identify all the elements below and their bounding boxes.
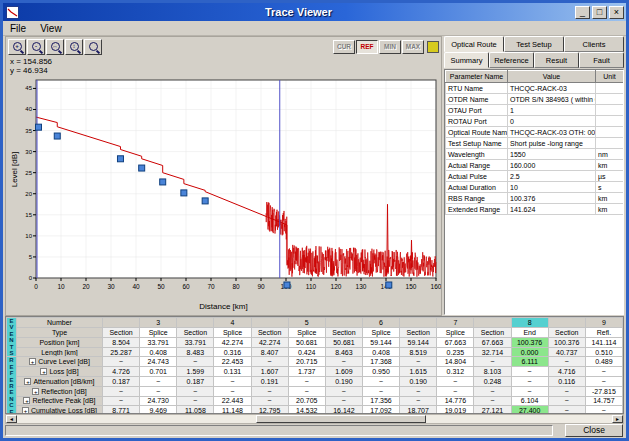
param-value: OTDR S/N 384963 ( within OTH-700 Optical… bbox=[508, 94, 596, 105]
row-label-text: Cumulative Loss [dB] bbox=[31, 407, 97, 414]
summary-parameter-panel: Parameter NameValueUnitRTU NameTHCQC-RAC… bbox=[444, 69, 624, 315]
event-cell-number-3[interactable]: 4 bbox=[214, 318, 251, 328]
scroll-right-button[interactable]: ► bbox=[612, 415, 623, 423]
event-cell-number-2[interactable] bbox=[177, 318, 214, 328]
event-cell-number-12[interactable] bbox=[548, 318, 585, 328]
subtab-reference[interactable]: Reference bbox=[489, 52, 534, 68]
event-cell-number-4[interactable] bbox=[251, 318, 288, 328]
param-value: 0 bbox=[508, 116, 596, 127]
tab-optical-route[interactable]: Optical Route bbox=[444, 36, 504, 52]
param-column-header[interactable]: Unit bbox=[596, 71, 624, 83]
event-cell-cumulative-8: 18.707 bbox=[400, 406, 437, 414]
titlebar: Trace Viewer _ □ × bbox=[3, 3, 626, 21]
zoom-out-button[interactable]: - bbox=[27, 39, 45, 55]
zoom-vertical-icon: ↕ bbox=[70, 42, 79, 51]
event-marker[interactable] bbox=[54, 133, 60, 139]
event-cell-reflective_peak-3: 22.443 bbox=[214, 396, 251, 406]
event-marker[interactable] bbox=[181, 190, 187, 196]
event-cell-number-0[interactable] bbox=[103, 318, 140, 328]
axis-event-marker[interactable] bbox=[284, 282, 290, 288]
minimize-button[interactable]: _ bbox=[575, 6, 590, 19]
tab-test-setup[interactable]: Test Setup bbox=[504, 36, 564, 52]
tab-clients[interactable]: Clients bbox=[564, 36, 624, 52]
zoom-reset-icon bbox=[89, 42, 98, 51]
expand-icon[interactable]: + bbox=[23, 397, 30, 404]
event-cell-reflective_peak-13: 14.757 bbox=[585, 396, 622, 406]
events-horizontal-scrollbar[interactable]: ◄ ► bbox=[5, 414, 624, 424]
event-cell-number-13[interactable]: 9 bbox=[585, 318, 622, 328]
event-marker[interactable] bbox=[202, 198, 208, 204]
minimize-icon: _ bbox=[580, 7, 585, 17]
svg-text:20: 20 bbox=[82, 283, 90, 290]
param-unit: µs bbox=[596, 171, 624, 182]
event-cell-number-11[interactable]: 8 bbox=[511, 318, 548, 328]
expand-icon[interactable]: + bbox=[32, 388, 39, 395]
event-cell-number-7[interactable]: 6 bbox=[362, 318, 399, 328]
cur-trace-button[interactable]: CUR bbox=[333, 40, 355, 54]
expand-icon[interactable]: + bbox=[40, 368, 47, 375]
svg-text:50: 50 bbox=[157, 283, 165, 290]
zoom-reset-button[interactable] bbox=[84, 39, 102, 55]
menu-file[interactable]: File bbox=[3, 23, 33, 34]
event-marker[interactable] bbox=[36, 124, 42, 130]
event-cell-attenuation-11: ~ bbox=[511, 376, 548, 386]
param-column-header[interactable]: Parameter Name bbox=[446, 71, 508, 83]
event-cell-attenuation-0: 0.187 bbox=[103, 376, 140, 386]
row-label-text: Number bbox=[47, 319, 72, 326]
subtab-fault[interactable]: Fault bbox=[579, 52, 624, 68]
event-cell-number-9[interactable]: 7 bbox=[437, 318, 474, 328]
svg-text:5: 5 bbox=[29, 254, 33, 260]
event-cell-position-1: 33.791 bbox=[140, 337, 177, 347]
zoom-horizontal-button[interactable]: ↔ bbox=[46, 39, 64, 55]
subtab-result[interactable]: Result bbox=[534, 52, 579, 68]
expand-icon[interactable]: + bbox=[29, 358, 36, 365]
min-trace-button[interactable]: MIN bbox=[379, 40, 401, 54]
group-label-events: EVENTS bbox=[7, 318, 17, 357]
param-row: Actual Range160.000km bbox=[446, 160, 624, 171]
zoom-in-button[interactable]: + bbox=[8, 39, 26, 55]
close-window-button[interactable]: × bbox=[609, 6, 624, 19]
trace-chart-panel: +-↔↕ CUR REF MIN MAX x = 154.856 y = 46.… bbox=[5, 36, 442, 316]
scroll-thumb[interactable] bbox=[256, 415, 426, 423]
event-cell-number-10[interactable] bbox=[474, 318, 511, 328]
events-row-attenuation: +Attenuation [dB/km]0.187~0.187~0.191~0.… bbox=[7, 376, 623, 386]
event-cell-number-1[interactable]: 3 bbox=[140, 318, 177, 328]
subtab-summary[interactable]: Summary bbox=[444, 52, 489, 68]
row-label-text: Attenuation [dB/km] bbox=[33, 378, 94, 385]
expand-icon[interactable]: + bbox=[24, 378, 31, 385]
zoom-vertical-button[interactable]: ↕ bbox=[65, 39, 83, 55]
scroll-left-button[interactable]: ◄ bbox=[6, 415, 17, 423]
event-cell-number-6[interactable] bbox=[325, 318, 362, 328]
svg-text:40: 40 bbox=[25, 106, 32, 112]
event-marker[interactable] bbox=[139, 165, 145, 171]
expand-icon[interactable]: + bbox=[22, 407, 29, 414]
event-cell-curve-13: 0.489 bbox=[585, 357, 622, 367]
event-cell-loss-13: ~ bbox=[585, 367, 622, 377]
event-cell-cumulative-0: 8.771 bbox=[103, 406, 140, 414]
event-cell-curve-5: 20.715 bbox=[288, 357, 325, 367]
event-cell-type-2: Section bbox=[177, 327, 214, 337]
row-label-text: Reflective Peak [dB] bbox=[32, 397, 95, 404]
menu-view[interactable]: View bbox=[33, 23, 69, 34]
event-cell-length-5: 0.424 bbox=[288, 347, 325, 357]
svg-text:160: 160 bbox=[431, 283, 441, 290]
axis-event-marker[interactable] bbox=[386, 282, 392, 288]
ref-trace-button[interactable]: REF bbox=[356, 40, 378, 54]
tabs-row-secondary: SummaryReferenceResultFault bbox=[444, 52, 624, 68]
max-trace-button[interactable]: MAX bbox=[402, 40, 424, 54]
otdr-trace-plot[interactable]: 0102030405060708090100110120130140150160… bbox=[6, 56, 441, 302]
svg-text:30: 30 bbox=[25, 149, 32, 155]
param-value: 141.624 bbox=[508, 204, 596, 215]
event-marker[interactable] bbox=[160, 179, 166, 185]
event-cell-number-5[interactable]: 5 bbox=[288, 318, 325, 328]
event-cell-length-1: 0.408 bbox=[140, 347, 177, 357]
param-column-header[interactable]: Value bbox=[508, 71, 596, 83]
event-cell-reflection-4: ~ bbox=[251, 386, 288, 396]
svg-text:110: 110 bbox=[306, 283, 317, 290]
event-cell-number-8[interactable] bbox=[400, 318, 437, 328]
maximize-button[interactable]: □ bbox=[592, 6, 607, 19]
close-button[interactable]: Close bbox=[565, 424, 623, 437]
event-cell-position-5: 50.681 bbox=[288, 337, 325, 347]
event-cell-curve-1: 24.743 bbox=[140, 357, 177, 367]
event-marker[interactable] bbox=[117, 156, 123, 162]
